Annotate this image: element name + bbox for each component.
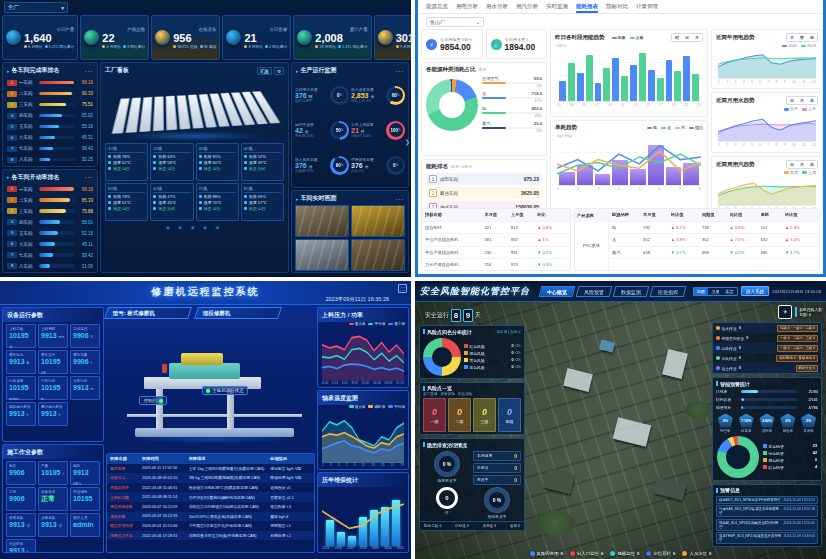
map-legend-item[interactable]: 出入口监控 0	[570, 551, 603, 556]
toggle-option[interactable]: 日	[682, 34, 692, 41]
machine-card[interactable]: 7#线 负荷 88% 温度 70℃ 状态 运行	[196, 183, 239, 221]
toggle-option[interactable]: 年	[807, 97, 817, 104]
x-tick: 7	[767, 143, 769, 147]
legend-chip: 本周	[784, 170, 798, 175]
toggle-option[interactable]: 年	[807, 34, 817, 41]
model-tab[interactable]: 现役修磨机	[194, 307, 282, 319]
glance-tab[interactable]: 设备设施	[440, 392, 454, 396]
machine-card[interactable]: 6#线 负荷 47% 温度 45℃ 状态 待机	[150, 183, 193, 221]
more-dots-icon[interactable]: ···	[396, 196, 404, 202]
alert-message-row[interactable]: 温度TEMP_SD3_NP21储罐区温升异常预警 2023-12-08 13:4…	[716, 532, 818, 544]
plant-select[interactable]: 鱼山厂⌄	[426, 17, 484, 27]
risk-level-card[interactable]: 0 四级	[498, 398, 521, 432]
risk-legend-row: 红色风险 0 0%	[464, 344, 521, 349]
machine-card[interactable]: 5#线 负荷 73% 温度 61℃ 状态 运行	[105, 183, 148, 221]
alert-message-row[interactable]: 视频AI_SD1_NP08未佩戴安全帽识别预警 2023-12-08 13:50…	[716, 519, 818, 531]
job-count: 0	[746, 336, 748, 340]
shield-label: 误报率	[762, 429, 772, 433]
steam-line-chart	[718, 176, 816, 206]
crane-3d-model[interactable]: 控制台 主电机运行状态	[106, 322, 315, 451]
report-tab[interactable]: 用汽分析	[516, 3, 538, 10]
toggle-option[interactable]: 月	[692, 34, 702, 41]
machine-card[interactable]: 4#线 负荷 52% 温度 49℃ 状态 待机	[241, 143, 284, 181]
rank-badge: 3	[7, 208, 17, 214]
stat-label: 本月隐患	[477, 453, 492, 458]
workshop-name: 一车间	[19, 80, 37, 85]
risk-level-card[interactable]: 0 二级	[448, 398, 471, 432]
map-view-toggle[interactable]: 卫星	[708, 288, 722, 295]
more-dots-icon[interactable]: ···	[85, 174, 93, 180]
monitor-note: 较昨日持平	[295, 99, 328, 103]
bar	[603, 68, 610, 101]
report-tab[interactable]: 用电分析	[456, 3, 478, 10]
nav-pill[interactable]: 应急指挥	[650, 286, 687, 297]
alert-legend-row: 绿色预警 42	[763, 451, 817, 456]
board-view-select[interactable]: 汇总	[257, 67, 272, 75]
carousel-dots[interactable]: ● ● ● ● ●	[101, 221, 288, 230]
param-tile: 磨头功率 10195 kW	[38, 350, 68, 374]
glance-tab[interactable]: 全厂区域	[423, 392, 437, 396]
alert-message-row[interactable]: 气体GAS_SD2_NP12装置区浓度超限预警 2023-12-08 13:52…	[716, 505, 818, 517]
kpi-sub-mom: 98/721 在线	[173, 44, 197, 49]
glance-tab[interactable]: 作业活动	[458, 392, 472, 396]
map-view-toggle[interactable]: 地图	[694, 288, 708, 295]
toggle-option[interactable]: 年	[807, 161, 817, 168]
fullscreen-icon[interactable]: ⛶	[398, 284, 407, 293]
camera-feed-2[interactable]	[351, 205, 405, 237]
enter-system-button[interactable]: 进入系统	[741, 286, 769, 296]
plant-filter-select[interactable]: 全厂▾	[4, 2, 68, 13]
map-legend-item[interactable]: 人员定位 0	[682, 551, 711, 556]
nav-pill[interactable]: 数据监测	[613, 286, 650, 297]
map-legend-item[interactable]: 风险四色图 0	[530, 551, 563, 556]
machine-card[interactable]: 1#线 负荷 78% 温度 62℃ 状态 运行	[105, 143, 148, 181]
machine-card[interactable]: 8#线 负荷 69% 温度 57℃ 状态 运行	[241, 183, 284, 221]
more-dots-icon[interactable]: ···	[85, 68, 93, 74]
board-gear-icon[interactable]: ⚙	[274, 67, 284, 75]
report-tab[interactable]: 实时监测	[546, 3, 568, 10]
rank-value: 65.02	[77, 113, 93, 118]
toggle-option[interactable]: 月	[797, 97, 807, 104]
alert-message-row[interactable]: 烟感MYJ_SD1_NP56仓库3号探测器报警 2023-12-08 13:53…	[716, 496, 818, 504]
toggle-option[interactable]: 季	[797, 34, 807, 41]
range-link[interactable]: 本年度 | 自定义	[497, 330, 522, 334]
risk-level-card[interactable]: 0 三级	[473, 398, 496, 432]
model-tab[interactable]: 型号: 桥式修磨机	[104, 307, 192, 319]
weekly-steam-panel: 近两周用汽趋势 日月年 本周上周 123456789101112	[711, 156, 823, 216]
machine-card[interactable]: 3#线 负荷 81% 温度 66℃ 状态 运行	[196, 143, 239, 181]
more-dots-icon[interactable]: ···	[396, 68, 404, 74]
report-tab[interactable]: 能源总览	[426, 3, 448, 10]
machine-card[interactable]: 2#线 负荷 64% 温度 58℃ 状态 运行	[150, 143, 193, 181]
report-tab[interactable]: 能耗报表	[576, 3, 598, 10]
map-legend-item[interactable]: 视频监控 0	[610, 551, 639, 556]
camera-feed-3[interactable]	[295, 239, 349, 271]
legend-pct: 0%	[516, 351, 522, 355]
kpi-row: 今日产量 1,640 8 月环比 1,271 同比累计 产线总数 22	[0, 15, 411, 60]
nav-pill[interactable]: 中心概览	[539, 286, 576, 297]
nav-pill[interactable]: 风险预警	[576, 286, 613, 297]
job-count: 0	[739, 366, 741, 370]
map-view-toggle[interactable]: 实景	[723, 288, 737, 295]
report-tab[interactable]: 指标对比	[606, 3, 628, 10]
scene-switch-button[interactable]: ⌖	[778, 305, 792, 319]
legend-chip: 上月	[802, 106, 816, 111]
monitor-note: 已处理 100%	[351, 134, 384, 138]
camera-feed-1[interactable]	[295, 205, 349, 237]
risk-level-card[interactable]: 0 一级	[423, 398, 446, 432]
job-params-panel: 施工作业参数 班次 9906 产量 10195 t	[2, 444, 104, 553]
bar	[612, 58, 619, 101]
report-tab[interactable]: 计量管理	[636, 3, 658, 10]
report-tab[interactable]: 用水分析	[486, 3, 508, 10]
camera-feed-4[interactable]	[351, 239, 405, 271]
map-legend-item[interactable]: 定位基站 0	[646, 551, 675, 556]
x-tick: 01	[557, 103, 561, 107]
rank-row: 7 七车间 39.42	[3, 250, 97, 261]
toggle-option[interactable]: 月	[787, 34, 797, 41]
toggle-option[interactable]: 日	[787, 97, 797, 104]
factory-3d-model[interactable]	[101, 77, 288, 143]
toggle-option[interactable]: 日	[787, 161, 797, 168]
legend-name: 橙色预警	[769, 458, 784, 463]
x-tick: 9	[784, 80, 786, 84]
toggle-option[interactable]: 月	[797, 161, 807, 168]
toggle-option[interactable]: 时	[672, 34, 682, 41]
legend-color-square	[763, 444, 767, 448]
